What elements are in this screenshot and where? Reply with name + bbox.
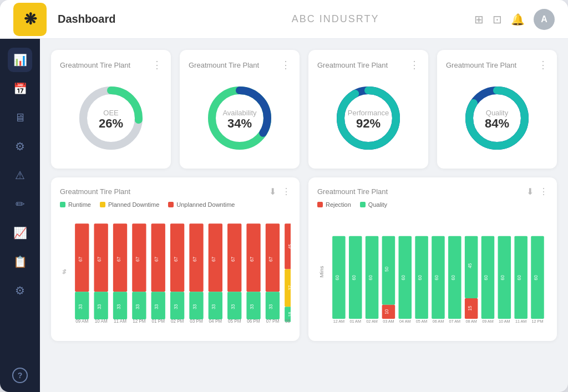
svg-text:45: 45: [288, 244, 291, 250]
svg-text:12 PM: 12 PM: [133, 319, 146, 324]
svg-text:60: 60: [434, 275, 439, 281]
svg-text:Quality: Quality: [486, 109, 509, 117]
performance-card-menu[interactable]: ⋮: [409, 59, 419, 71]
availability-card-title: Greatmount Tire Plant: [189, 61, 259, 69]
svg-text:67: 67: [97, 256, 102, 262]
svg-text:03 PM: 03 PM: [190, 319, 203, 324]
sidebar: 📊 📅 🖥 ⚙ ⚠ ✏ 📈 📋 ⚙ ?: [0, 39, 40, 392]
left-chart-menu[interactable]: ⋮: [282, 186, 291, 197]
svg-text:34%: 34%: [227, 116, 252, 130]
main-content: Greatmount Tire Plant ⋮ OEE 26%: [40, 39, 568, 392]
availability-card: Greatmount Tire Plant ⋮ Availability 34%: [180, 50, 300, 169]
sidebar-item-calendar[interactable]: 📅: [8, 77, 32, 101]
svg-text:60: 60: [517, 275, 522, 281]
performance-card-header: Greatmount Tire Plant ⋮: [317, 59, 419, 71]
legend-planned: Planned Downtime: [100, 201, 159, 208]
svg-text:33: 33: [268, 304, 273, 309]
svg-text:05 PM: 05 PM: [228, 319, 241, 324]
svg-text:60: 60: [352, 275, 357, 281]
scan-icon[interactable]: ⊡: [493, 13, 502, 26]
svg-text:08 AM: 08 AM: [465, 319, 476, 324]
svg-text:60: 60: [500, 275, 505, 281]
oee-card-header: Greatmount Tire Plant ⋮: [60, 59, 162, 71]
svg-text:60: 60: [451, 275, 456, 281]
performance-card: Greatmount Tire Plant ⋮ Performance 92%: [308, 50, 428, 169]
svg-text:06 PM: 06 PM: [247, 319, 260, 324]
top-actions: ⊞ ⊡ 🔔 A: [474, 9, 555, 30]
svg-text:60: 60: [401, 275, 406, 281]
svg-text:60: 60: [484, 275, 489, 281]
svg-text:60: 60: [534, 275, 539, 281]
svg-text:33: 33: [250, 304, 255, 309]
svg-text:10 AM: 10 AM: [499, 319, 510, 324]
svg-text:33: 33: [154, 304, 159, 309]
svg-text:06 AM: 06 AM: [433, 319, 444, 324]
right-chart-actions: ⬇ ⋮: [526, 186, 548, 197]
legend-unplanned: Unplanned Downtime: [168, 201, 235, 208]
svg-text:Mins: Mins: [318, 266, 324, 277]
company-name: ABC INDUSRTY: [196, 13, 474, 25]
left-chart-title: Greatmount Tire Plant: [60, 187, 130, 196]
svg-text:09 AM: 09 AM: [75, 319, 88, 324]
svg-text:33: 33: [211, 304, 216, 309]
svg-text:84%: 84%: [485, 116, 509, 130]
svg-text:10 AM: 10 AM: [95, 319, 108, 324]
avatar[interactable]: A: [534, 9, 555, 30]
performance-card-title: Greatmount Tire Plant: [317, 61, 388, 69]
svg-text:03 AM: 03 AM: [383, 319, 394, 324]
table-icon[interactable]: ⊞: [474, 13, 484, 26]
left-chart-legend: Runtime Planned Downtime Unplanned Downt…: [60, 201, 291, 208]
left-chart-header: Greatmount Tire Plant ⬇ ⋮: [60, 186, 291, 197]
sidebar-item-monitor[interactable]: 🖥: [8, 105, 32, 130]
bell-icon[interactable]: 🔔: [511, 13, 525, 26]
svg-text:02 AM: 02 AM: [366, 319, 377, 324]
top-bar: ❋ Dashboard ABC INDUSRTY ⊞ ⊡ 🔔 A: [0, 0, 568, 39]
quality-card-title: Greatmount Tire Plant: [446, 61, 516, 69]
oee-card-menu[interactable]: ⋮: [152, 59, 162, 71]
sidebar-item-reports[interactable]: 📋: [8, 250, 32, 274]
donut-cards-row: Greatmount Tire Plant ⋮ OEE 26%: [51, 50, 557, 169]
svg-text:33: 33: [78, 304, 83, 309]
svg-text:05 AM: 05 AM: [416, 319, 427, 324]
quality-card-menu[interactable]: ⋮: [538, 59, 548, 71]
right-chart-menu[interactable]: ⋮: [539, 186, 548, 197]
quality-card-header: Greatmount Tire Plant ⋮: [446, 59, 548, 71]
legend-rejection: Rejection: [317, 201, 351, 208]
availability-card-header: Greatmount Tire Plant ⋮: [189, 59, 291, 71]
right-chart-title: Greatmount Tire Plant: [317, 187, 388, 196]
svg-text:67: 67: [231, 256, 236, 262]
left-chart-actions: ⬇ ⋮: [269, 186, 291, 197]
svg-text:67: 67: [250, 256, 255, 262]
sidebar-item-settings[interactable]: ⚙: [8, 278, 32, 303]
right-chart-legend: Rejection Quality: [317, 201, 548, 208]
svg-text:%: %: [61, 269, 67, 274]
svg-text:60: 60: [418, 275, 423, 281]
left-chart-download[interactable]: ⬇: [269, 186, 276, 197]
svg-text:67: 67: [174, 256, 179, 262]
right-chart-download[interactable]: ⬇: [526, 186, 534, 197]
availability-card-menu[interactable]: ⋮: [281, 59, 291, 71]
sidebar-item-analytics[interactable]: 📈: [8, 221, 32, 245]
app-title: Dashboard: [58, 13, 196, 26]
svg-text:67: 67: [116, 256, 121, 262]
oee-donut: OEE 26%: [60, 77, 162, 160]
sidebar-item-alerts[interactable]: ⚠: [8, 163, 32, 187]
left-bar-svg: % 67 33 09 AM 67: [60, 213, 291, 330]
svg-text:15: 15: [468, 306, 473, 311]
svg-text:10: 10: [384, 309, 389, 314]
svg-text:37: 37: [288, 285, 291, 291]
oee-card: Greatmount Tire Plant ⋮ OEE 26%: [51, 50, 171, 169]
sidebar-item-edit[interactable]: ✏: [8, 192, 32, 216]
svg-text:04 PM: 04 PM: [209, 319, 222, 324]
svg-text:67: 67: [268, 256, 273, 262]
quality-card: Greatmount Tire Plant ⋮ Quality 84%: [437, 50, 557, 169]
sidebar-item-dashboard[interactable]: 📊: [8, 48, 32, 72]
performance-donut: Performance 92%: [317, 77, 419, 160]
svg-text:OEE: OEE: [103, 109, 119, 117]
svg-text:67: 67: [78, 256, 83, 262]
sidebar-item-machine[interactable]: ⚙: [8, 134, 32, 159]
svg-text:26%: 26%: [99, 116, 123, 130]
svg-text:92%: 92%: [356, 116, 381, 130]
help-button[interactable]: ?: [12, 368, 28, 383]
svg-text:01 PM: 01 PM: [152, 319, 165, 324]
